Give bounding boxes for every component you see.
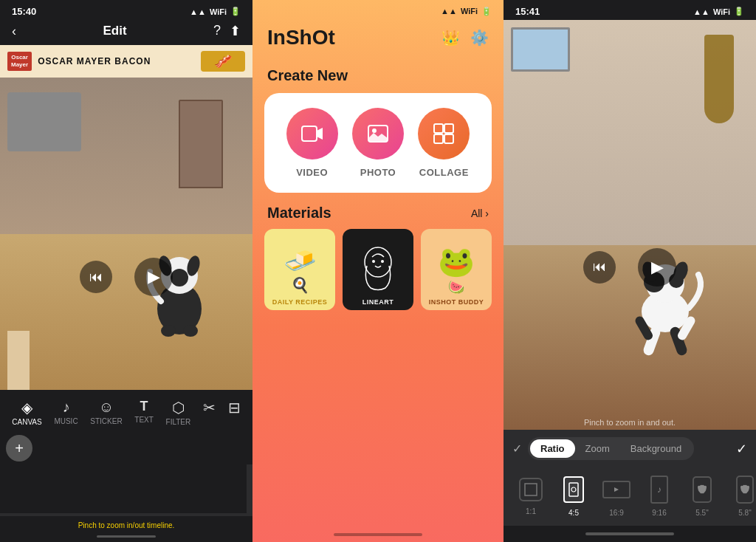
video-circle — [286, 108, 338, 159]
sticker-icon: ☺ — [99, 399, 114, 416]
svg-rect-11 — [444, 124, 453, 133]
recipes-label: DAILY RECIPES — [264, 298, 335, 306]
create-new-label: Create New — [252, 61, 504, 93]
buddy-label: INSHOT BUDDY — [421, 298, 492, 306]
create-cards-container: VIDEO PHOTO COLLAGE — [264, 93, 492, 193]
crown-icon[interactable]: 👑 — [441, 29, 460, 47]
ratio-label-5-5: 5.5" — [695, 509, 708, 517]
filter-label: FILTER — [166, 418, 191, 426]
cut-tool[interactable]: ✂ — [203, 399, 216, 426]
timeline-wrapper: + TOTAL 1:16.6 Pinch to zoom in/out time… — [0, 432, 252, 542]
ratio-tab-ratio[interactable]: Ratio — [530, 439, 575, 458]
tool-row: ◈ CANVAS ♪ MUSIC ☺ STICKER T TEXT ⬡ FILT… — [0, 396, 252, 429]
status-icons-p2: ▲▲ WiFi 🔋 — [441, 7, 492, 16]
lineart-label: LINEART — [343, 298, 413, 306]
svg-point-14 — [365, 247, 391, 277]
canvas-tool[interactable]: ◈ CANVAS — [12, 399, 41, 426]
ad-banner[interactable]: OscarMayer OSCAR MAYER BACON 🥓 — [0, 45, 252, 78]
done-icon-right[interactable]: ✓ — [736, 441, 747, 457]
materials-all-button[interactable]: All › — [471, 207, 489, 219]
ratio-box-5-8 — [736, 476, 754, 504]
ratio-icon-4-5 — [568, 482, 579, 497]
photo-create-card[interactable]: PHOTO — [352, 108, 404, 178]
svg-rect-10 — [434, 124, 443, 133]
back-button[interactable]: ‹ — [12, 24, 16, 39]
canvas-icon: ◈ — [21, 399, 32, 416]
canvas-label: CANVAS — [12, 418, 41, 426]
svg-point-5 — [161, 325, 176, 337]
timeline-area[interactable]: TOTAL 1:16.6 — [0, 464, 252, 516]
timeline-hint-text: Pinch to zoom in/out timeline. — [78, 521, 175, 529]
recipes-egg: 🍳 — [291, 276, 309, 294]
ratio-option-4-5[interactable]: 4:5 — [555, 473, 592, 517]
sticker-tool[interactable]: ☺ STICKER — [90, 399, 122, 426]
recipes-emoji: 🧈 — [284, 245, 317, 276]
guitar-shape — [704, 35, 734, 123]
video-preview-p1: ⏮ ▶ — [0, 78, 252, 390]
settings-icon[interactable]: ⚙️ — [470, 29, 489, 47]
sticker-label: STICKER — [90, 417, 122, 425]
ratio-label-1-1: 1:1 — [526, 507, 536, 515]
play-button-p3[interactable]: ▶ — [638, 248, 676, 287]
ratio-option-5-5[interactable]: 5.5" — [684, 473, 721, 517]
home-top-nav: InShOt 👑 ⚙️ — [252, 20, 504, 61]
ratio-label-5-8: 5.8" — [738, 509, 751, 517]
total-duration: TOTAL 1:16.6 — [0, 464, 247, 513]
video-create-card[interactable]: VIDEO — [286, 108, 338, 178]
ratio-option-5-8[interactable]: 5.8" — [726, 473, 756, 517]
collage-icon — [432, 122, 456, 145]
video-editor-panel: 15:40 ▲▲ WiFi 🔋 ‹ Edit ? ⬆ OscarMayer OS… — [0, 0, 252, 542]
text-tool[interactable]: T TEXT — [134, 399, 154, 426]
skip-back-button-p1[interactable]: ⏮ — [80, 261, 112, 293]
app-title: InShOt — [267, 26, 335, 49]
text-icon: T — [140, 399, 148, 414]
material-daily-recipes[interactable]: 🧈 🍳 DAILY RECIPES — [264, 229, 335, 310]
tiktok-icon: ♪ — [657, 484, 662, 495]
music-icon: ♪ — [63, 399, 70, 416]
bottom-indicator-p1 — [97, 535, 156, 538]
svg-point-6 — [183, 325, 198, 337]
ratio-box-5-5 — [693, 476, 712, 503]
material-inshot-buddy[interactable]: 🐸 🍉 INSHOT BUDDY — [421, 229, 492, 310]
inshot-home-panel: 15:40 ▲▲ WiFi 🔋 InShOt 👑 ⚙️ Create New V… — [252, 0, 504, 542]
skip-back-button-p3[interactable]: ⏮ — [583, 251, 616, 284]
play-controls-p3: ⏮ ▶ — [583, 248, 676, 287]
materials-header: Materials All › — [252, 193, 504, 229]
help-button[interactable]: ? — [213, 23, 221, 39]
bottom-indicator-p3 — [585, 532, 674, 535]
svg-rect-7 — [302, 126, 317, 141]
photo-icon — [366, 122, 390, 145]
pinch-hint: Pinch to zoom in and out. — [584, 418, 676, 427]
music-label: MUSIC — [54, 417, 78, 425]
bottom-bar-p3 — [504, 526, 756, 542]
ratio-tab-zoom[interactable]: Zoom — [575, 439, 620, 458]
video-bg-p1 — [0, 78, 252, 390]
more-tool[interactable]: ⊟ — [228, 399, 241, 426]
ratio-box-4-5 — [563, 476, 584, 503]
text-label: TEXT — [134, 416, 154, 424]
ad-logo: OscarMayer — [7, 52, 32, 70]
material-lineart[interactable]: LINEART — [343, 229, 413, 310]
svg-rect-12 — [434, 134, 443, 143]
music-tool[interactable]: ♪ MUSIC — [54, 399, 78, 426]
status-bar-panel2: 15:40 ▲▲ WiFi 🔋 — [252, 0, 504, 20]
filter-tool[interactable]: ⬡ FILTER — [166, 399, 191, 426]
ratio-option-1-1[interactable]: 1:1 — [512, 475, 549, 515]
video-preview-p3: ⏮ ▶ Pinch to zoom in and out. — [504, 20, 756, 430]
play-button-p1[interactable]: ▶ — [134, 258, 173, 296]
apple-icon — [697, 484, 707, 495]
status-icons-p3: ▲▲ WiFi 🔋 — [693, 7, 744, 16]
buddy-fruit: 🍉 — [448, 279, 464, 295]
ratio-label-4-5: 4:5 — [568, 509, 579, 517]
ratio-option-16-9[interactable]: 16:9 — [598, 473, 635, 517]
collage-create-card[interactable]: COLLAGE — [418, 108, 470, 178]
add-media-button[interactable]: + — [6, 435, 32, 462]
share-button[interactable]: ⬆ — [230, 23, 241, 39]
svg-point-16 — [381, 260, 384, 263]
ratio-option-9-16[interactable]: ♪ 9:16 — [641, 473, 678, 517]
ratio-tab-background[interactable]: Background — [620, 439, 692, 458]
video-label: VIDEO — [296, 167, 328, 178]
done-icon-left[interactable]: ✓ — [512, 442, 522, 456]
filter-icon: ⬡ — [172, 399, 185, 416]
ratio-icon-16-9 — [611, 486, 622, 493]
